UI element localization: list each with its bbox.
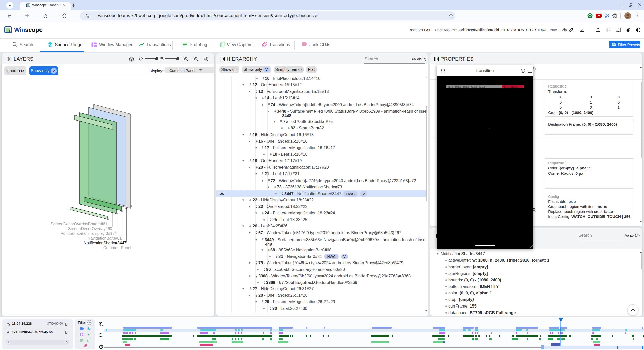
svg-text:ScreenDecorOverlayBottom#61: ScreenDecorOverlayBottom#61 <box>51 222 107 226</box>
svg-text:NotificationShade#3447: NotificationShade#3447 <box>84 241 126 245</box>
svg-text:ScreenDecorOverlay#60: ScreenDecorOverlay#60 <box>68 227 112 231</box>
svg-text:PointerLocation - display 0#13: PointerLocation - display 0#134 <box>61 231 117 236</box>
svg-text:Common Panel: Common Panel <box>103 246 131 250</box>
svg-text:NavigationBar0#81: NavigationBar0#81 <box>88 236 122 240</box>
